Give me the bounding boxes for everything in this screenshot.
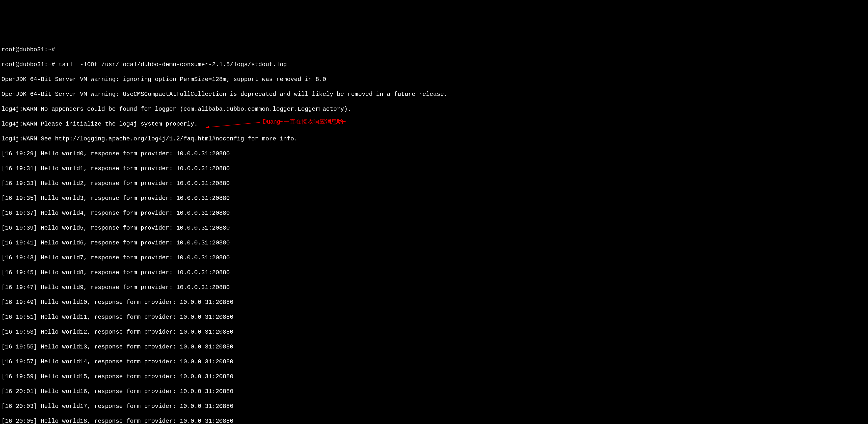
- log-output-line: OpenJDK 64-Bit Server VM warning: ignori…: [1, 76, 867, 83]
- log-output-line: [16:19:33] Hello world2, response form p…: [1, 180, 867, 187]
- log-output-line: log4j:WARN No appenders could be found f…: [1, 105, 867, 113]
- annotation-text: Duang~一直在接收响应消息哟~: [262, 118, 346, 125]
- log-output-line: [16:19:39] Hello world5, response form p…: [1, 224, 867, 232]
- log-output-line: [16:20:01] Hello world16, response form …: [1, 388, 867, 395]
- command-line: root@dubbo31:~# tail -100f /usr/local/du…: [1, 61, 867, 68]
- log-output-line: [16:19:51] Hello world11, response form …: [1, 314, 867, 321]
- log-output-line: log4j:WARN See http://logging.apache.org…: [1, 135, 867, 143]
- log-output-line: [16:20:03] Hello world17, response form …: [1, 403, 867, 410]
- prompt-line: root@dubbo31:~#: [1, 46, 867, 54]
- log-output-line: log4j:WARN Please initialize the log4j s…: [1, 120, 867, 128]
- log-output-line: [16:19:47] Hello world9, response form p…: [1, 284, 867, 291]
- log-output-line: [16:19:59] Hello world15, response form …: [1, 373, 867, 381]
- log-output-line: [16:19:37] Hello world4, response form p…: [1, 209, 867, 217]
- log-output-line: [16:19:57] Hello world14, response form …: [1, 358, 867, 365]
- log-output-line: [16:19:45] Hello world8, response form p…: [1, 269, 867, 276]
- log-output-line: [16:19:41] Hello world6, response form p…: [1, 239, 867, 247]
- log-output-line: [16:19:55] Hello world13, response form …: [1, 343, 867, 351]
- log-output-line: [16:19:31] Hello world1, response form p…: [1, 165, 867, 172]
- log-output-line: [16:19:35] Hello world3, response form p…: [1, 195, 867, 202]
- terminal-window[interactable]: root@dubbo31:~# root@dubbo31:~# tail -10…: [0, 37, 868, 424]
- log-output-line: [16:19:29] Hello world0, response form p…: [1, 150, 867, 158]
- log-output-line: [16:19:43] Hello world7, response form p…: [1, 254, 867, 262]
- log-output-line: [16:19:53] Hello world12, response form …: [1, 328, 867, 336]
- log-output-line: [16:20:05] Hello world18, response form …: [1, 418, 867, 424]
- log-output-line: OpenJDK 64-Bit Server VM warning: UseCMS…: [1, 91, 867, 98]
- log-output-line: [16:19:49] Hello world10, response form …: [1, 299, 867, 306]
